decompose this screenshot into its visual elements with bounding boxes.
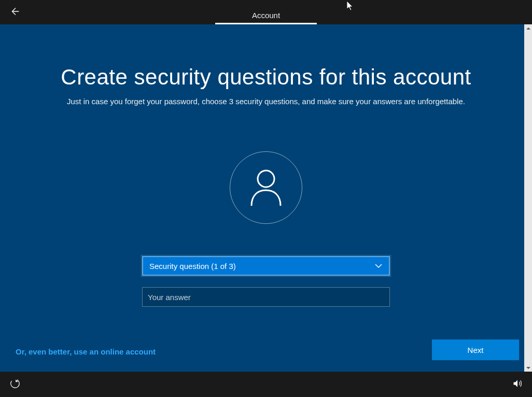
top-bar: Account	[0, 0, 532, 24]
online-account-link[interactable]: Or, even better, use an online account	[16, 347, 156, 356]
tab-account[interactable]: Account	[215, 0, 317, 24]
scroll-up-icon[interactable]	[524, 24, 532, 32]
page-subtitle: Just in case you forget your password, c…	[0, 97, 532, 106]
bottom-bar	[0, 372, 532, 397]
scrollbar[interactable]	[524, 24, 532, 372]
page-title: Create security questions for this accou…	[0, 65, 532, 90]
security-question-select-label: Security question (1 of 3)	[149, 262, 236, 271]
form-block: Security question (1 of 3)	[142, 256, 390, 307]
security-question-select[interactable]: Security question (1 of 3)	[142, 256, 390, 276]
tab-account-label: Account	[252, 11, 280, 23]
main-panel: Create security questions for this accou…	[0, 24, 532, 372]
svg-point-1	[9, 378, 21, 389]
answer-input[interactable]	[142, 287, 390, 307]
chevron-down-icon	[374, 262, 383, 270]
svg-point-0	[258, 171, 274, 187]
next-button[interactable]: Next	[432, 339, 519, 360]
volume-icon[interactable]	[512, 378, 523, 391]
person-icon	[249, 168, 283, 207]
user-avatar	[230, 151, 302, 224]
ease-of-access-icon[interactable]	[9, 378, 21, 391]
back-icon[interactable]	[9, 6, 21, 19]
scroll-down-icon[interactable]	[524, 364, 532, 372]
